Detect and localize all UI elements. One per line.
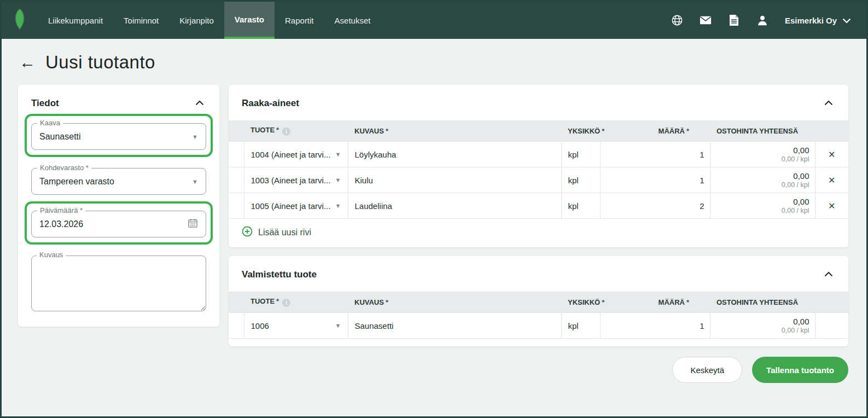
nav-item-liikekumppanit[interactable]: Liikekumppanit	[38, 2, 113, 39]
delete-row-icon[interactable]: ✕	[828, 150, 835, 159]
tiedot-panel: Tiedot Kaava Saunasetti ▼ Kohde	[18, 85, 219, 327]
column-header-maara: MÄÄRÄ*	[600, 120, 710, 142]
dropdown-caret-icon: ▼	[335, 202, 341, 209]
add-row-button[interactable]: Lisää uusi rivi	[229, 219, 848, 247]
maara-cell[interactable]: 1	[600, 313, 710, 339]
valmistettu-tuote-collapse-button[interactable]	[822, 268, 835, 281]
leaf-icon	[13, 8, 27, 32]
kuvaus-cell[interactable]: Laudeliina	[348, 193, 561, 219]
row-handle-cell	[229, 313, 244, 339]
table-row: 1006▼ Saunasetti kpl 1 0,00 0,00 / kpl	[229, 313, 848, 339]
top-nav: Liikekumppanit Toiminnot Kirjanpito Vara…	[2, 2, 866, 39]
yksikko-cell[interactable]: kpl	[561, 142, 600, 167]
ostohinta-cell: 0,00 0,00 / kpl	[710, 142, 815, 167]
kuvaus-cell[interactable]: Saunasetti	[348, 313, 561, 339]
column-header-kuvaus: KUVAUS*	[348, 292, 561, 313]
app-window: Liikekumppanit Toiminnot Kirjanpito Vara…	[0, 0, 868, 418]
column-header-maara: MÄÄRÄ*	[600, 292, 710, 313]
calendar-icon[interactable]	[188, 218, 198, 230]
dropdown-caret-icon: ▼	[335, 177, 341, 183]
kohdevarasto-value: Tampereen varasto	[39, 177, 188, 187]
column-header-tuote: TUOTE*i	[244, 120, 348, 142]
valmistettu-tuote-table: TUOTE*i KUVAUS* YKSIKKÖ* MÄÄRÄ*	[229, 292, 848, 339]
raaka-aineet-collapse-button[interactable]	[822, 97, 835, 109]
kuvaus-cell[interactable]: Löylykauha	[348, 142, 561, 167]
maara-cell[interactable]: 1	[600, 142, 710, 167]
nav-item-varasto[interactable]: Varasto	[224, 2, 275, 39]
delete-column-header	[815, 292, 848, 313]
kohdevarasto-label: Kohdevarasto *	[37, 164, 91, 172]
table-header-row: TUOTE*i KUVAUS* YKSIKKÖ* MÄÄRÄ*	[229, 120, 848, 142]
brand-logo[interactable]	[2, 2, 38, 39]
company-name: Esimerkki Oy	[785, 16, 837, 25]
delete-column-header	[815, 120, 848, 142]
column-header-ostohinta: OSTOHINTA YHTEENSÄ	[710, 120, 815, 142]
yksikko-cell[interactable]: kpl	[561, 167, 600, 193]
maara-cell[interactable]: 1	[600, 167, 710, 193]
document-icon[interactable]	[728, 14, 740, 26]
company-selector[interactable]: Esimerkki Oy	[785, 16, 851, 25]
mail-icon[interactable]	[700, 14, 712, 26]
dropdown-caret-icon: ▼	[192, 133, 198, 140]
kuvaus-cell[interactable]: Kiulu	[348, 167, 561, 193]
tuote-select[interactable]: 1006▼	[251, 321, 341, 330]
dropdown-caret-icon: ▼	[335, 151, 341, 158]
globe-icon[interactable]	[671, 14, 683, 26]
chevron-up-icon	[824, 270, 833, 278]
yksikko-cell[interactable]: kpl	[561, 313, 600, 339]
nav-utilities: Esimerkki Oy	[671, 2, 866, 39]
paivamaara-label: Päivämäärä *	[37, 206, 85, 214]
paivamaara-field[interactable]: Päivämäärä *	[31, 211, 206, 237]
handle-column-header	[229, 292, 244, 313]
chevron-up-icon	[824, 99, 833, 107]
nav-item-asetukset[interactable]: Asetukset	[324, 2, 381, 39]
tuote-select[interactable]: 1005 (Aineet ja tarvi...▼	[251, 201, 341, 211]
kuvaus-textarea[interactable]	[31, 256, 206, 311]
raaka-aineet-title: Raaka-aineet	[242, 98, 299, 109]
main-menu: Liikekumppanit Toiminnot Kirjanpito Vara…	[38, 2, 381, 39]
kaava-label: Kaava	[37, 119, 63, 127]
column-header-tuote: TUOTE*i	[244, 292, 348, 313]
kaava-value: Saunasetti	[39, 132, 188, 142]
page-content: ← Uusi tuotanto Tiedot Kaava Sau	[2, 39, 866, 416]
delete-row-icon[interactable]: ✕	[828, 201, 835, 211]
raaka-aineet-panel: Raaka-aineet	[229, 85, 848, 247]
info-icon[interactable]: i	[282, 127, 290, 136]
table-header-row: TUOTE*i KUVAUS* YKSIKKÖ* MÄÄRÄ*	[229, 292, 848, 313]
cancel-button[interactable]: Keskeytä	[672, 357, 742, 383]
maara-cell[interactable]: 2	[600, 193, 710, 219]
back-button[interactable]: ←	[19, 54, 36, 71]
handle-column-header	[229, 120, 244, 142]
row-handle-cell	[229, 167, 244, 193]
column-header-yksikko: YKSIKKÖ*	[561, 120, 600, 142]
user-icon[interactable]	[756, 14, 768, 26]
dropdown-caret-icon: ▼	[335, 322, 341, 329]
row-handle-cell	[229, 193, 244, 219]
kuvaus-label: Kuvaus	[37, 251, 66, 259]
ostohinta-cell: 0,00 0,00 / kpl	[710, 313, 815, 339]
table-row: 1003 (Aineet ja tarvi...▼ Kiulu kpl 1 0,…	[229, 167, 848, 193]
delete-row-icon[interactable]: ✕	[828, 176, 835, 185]
page-title: Uusi tuotanto	[45, 52, 155, 73]
tuote-select[interactable]: 1003 (Aineet ja tarvi...▼	[251, 176, 341, 185]
nav-item-toiminnot[interactable]: Toiminnot	[113, 2, 169, 39]
save-production-button[interactable]: Tallenna tuotanto	[752, 357, 848, 383]
tiedot-collapse-button[interactable]	[193, 97, 206, 109]
form-actions: Keskeytä Tallenna tuotanto	[229, 357, 848, 383]
raaka-aineet-table: TUOTE*i KUVAUS* YKSIKKÖ* MÄÄRÄ*	[229, 120, 848, 219]
table-row: 1005 (Aineet ja tarvi...▼ Laudeliina kpl…	[229, 193, 848, 219]
kohdevarasto-select[interactable]: Kohdevarasto * Tampereen varasto ▼	[31, 168, 206, 195]
tiedot-title: Tiedot	[31, 98, 59, 109]
paivamaara-input[interactable]	[39, 219, 188, 229]
kuvaus-field: Kuvaus	[31, 256, 206, 314]
nav-item-kirjanpito[interactable]: Kirjanpito	[169, 2, 224, 39]
yksikko-cell[interactable]: kpl	[561, 193, 600, 219]
valmistettu-tuote-panel: Valmistettu tuote	[229, 256, 848, 346]
nav-item-raportit[interactable]: Raportit	[275, 2, 324, 39]
kaava-select[interactable]: Kaava Saunasetti ▼	[31, 123, 206, 150]
table-row: 1004 (Aineet ja tarvi...▼ Löylykauha kpl…	[229, 142, 848, 167]
kaava-highlight: Kaava Saunasetti ▼	[25, 114, 213, 157]
tuote-select[interactable]: 1004 (Aineet ja tarvi...▼	[251, 150, 341, 159]
info-icon[interactable]: i	[282, 299, 290, 307]
row-handle-cell	[229, 142, 244, 167]
